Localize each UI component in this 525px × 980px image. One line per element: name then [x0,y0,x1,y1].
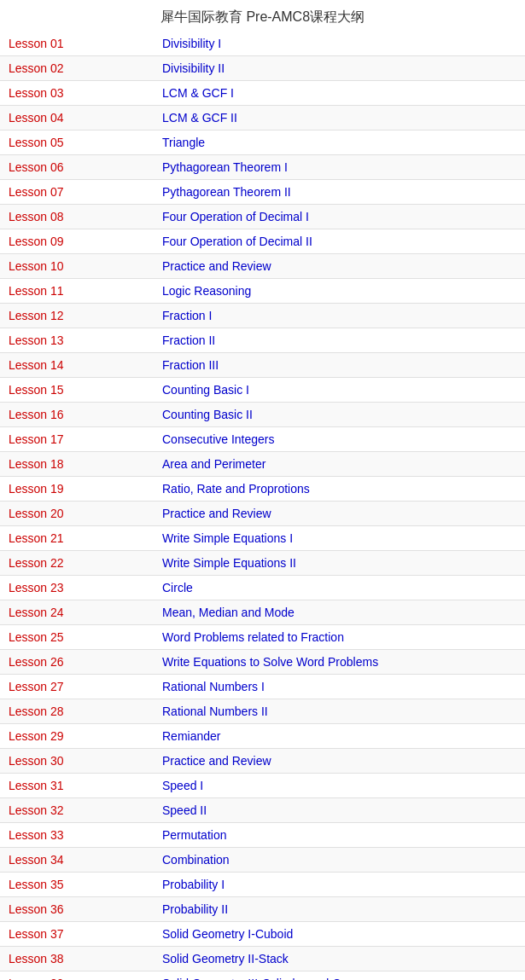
lesson-number: Lesson 19 [0,477,154,502]
table-row: Lesson 27Rational Numbers I [0,675,525,699]
table-row: Lesson 34Combination [0,848,525,873]
table-row: Lesson 37Solid Geometry I-Cuboid [0,922,525,947]
lesson-number: Lesson 04 [0,106,154,130]
table-row: Lesson 36Probability II [0,897,525,922]
table-row: Lesson 38Solid Geometry II-Stack [0,947,525,971]
lesson-number: Lesson 22 [0,551,154,576]
lesson-number: Lesson 31 [0,774,154,798]
lesson-number: Lesson 38 [0,947,154,971]
lesson-topic: Consecutive Integers [154,427,525,452]
table-row: Lesson 26Write Equations to Solve Word P… [0,650,525,675]
lesson-topic: Write Equations to Solve Word Problems [154,650,525,675]
lesson-number: Lesson 18 [0,452,154,477]
lesson-topic: Probability II [154,897,525,922]
table-row: Lesson 20Practice and Review [0,502,525,526]
lesson-topic: Circle [154,576,525,600]
table-row: Lesson 25Word Problems related to Fracti… [0,625,525,650]
lesson-number: Lesson 13 [0,328,154,353]
lesson-number: Lesson 34 [0,848,154,873]
table-row: Lesson 28Rational Numbers II [0,699,525,724]
lesson-number: Lesson 30 [0,749,154,774]
table-row: Lesson 12Fraction I [0,304,525,328]
lesson-topic: Speed II [154,798,525,823]
table-row: Lesson 33Permutation [0,823,525,848]
lesson-number: Lesson 39 [0,971,154,981]
lesson-topic: Ratio, Rate and Proprotions [154,477,525,502]
lesson-number: Lesson 37 [0,922,154,947]
table-row: Lesson 13Fraction II [0,328,525,353]
lesson-topic: Four Operation of Decimal II [154,229,525,254]
lesson-topic: Rational Numbers II [154,699,525,724]
lesson-number: Lesson 33 [0,823,154,848]
lesson-topic: Counting Basic I [154,378,525,403]
lesson-number: Lesson 20 [0,502,154,526]
lesson-number: Lesson 23 [0,576,154,600]
lesson-topic: Fraction III [154,353,525,378]
lesson-topic: Divisibility I [154,32,525,56]
lesson-topic: Speed I [154,774,525,798]
lesson-topic: Remiander [154,724,525,749]
lesson-number: Lesson 36 [0,897,154,922]
lesson-topic: Counting Basic II [154,403,525,427]
table-row: Lesson 09Four Operation of Decimal II [0,229,525,254]
table-row: Lesson 03LCM & GCF I [0,81,525,106]
lesson-number: Lesson 24 [0,600,154,625]
lesson-topic: Solid Geometry II-Stack [154,947,525,971]
lesson-topic: Rational Numbers I [154,675,525,699]
lesson-number: Lesson 05 [0,130,154,155]
lesson-number: Lesson 11 [0,279,154,304]
lesson-topic: Write Simple Equations I [154,526,525,551]
lesson-topic: Fraction I [154,304,525,328]
table-row: Lesson 39Solid Geometry III-Cylinder and… [0,971,525,981]
table-row: Lesson 29Remiander [0,724,525,749]
lesson-number: Lesson 27 [0,675,154,699]
lesson-number: Lesson 17 [0,427,154,452]
table-row: Lesson 19Ratio, Rate and Proprotions [0,477,525,502]
lesson-topic: Divisibility II [154,56,525,81]
lesson-number: Lesson 21 [0,526,154,551]
lesson-number: Lesson 35 [0,873,154,897]
table-row: Lesson 14Fraction III [0,353,525,378]
lesson-number: Lesson 08 [0,205,154,229]
table-row: Lesson 07Pythagorean Theorem II [0,180,525,205]
table-row: Lesson 17Consecutive Integers [0,427,525,452]
table-row: Lesson 23Circle [0,576,525,600]
lesson-topic: Permutation [154,823,525,848]
table-row: Lesson 08Four Operation of Decimal I [0,205,525,229]
table-row: Lesson 01Divisibility I [0,32,525,56]
table-row: Lesson 05Triangle [0,130,525,155]
lesson-number: Lesson 03 [0,81,154,106]
page-title: 犀牛国际教育 Pre-AMC8课程大纲 [0,0,525,32]
table-row: Lesson 04LCM & GCF II [0,106,525,130]
lesson-topic: LCM & GCF II [154,106,525,130]
lesson-number: Lesson 26 [0,650,154,675]
table-row: Lesson 16Counting Basic II [0,403,525,427]
table-row: Lesson 22Write Simple Equations II [0,551,525,576]
lesson-number: Lesson 28 [0,699,154,724]
table-row: Lesson 32Speed II [0,798,525,823]
lesson-number: Lesson 14 [0,353,154,378]
table-row: Lesson 10Practice and Review [0,254,525,279]
lesson-number: Lesson 32 [0,798,154,823]
lesson-topic: Pythagorean Theorem II [154,180,525,205]
lesson-topic: Triangle [154,130,525,155]
lesson-topic: Logic Reasoning [154,279,525,304]
lesson-number: Lesson 06 [0,155,154,180]
lesson-topic: Practice and Review [154,254,525,279]
table-row: Lesson 31Speed I [0,774,525,798]
table-row: Lesson 35Probability I [0,873,525,897]
table-row: Lesson 11Logic Reasoning [0,279,525,304]
curriculum-table: Lesson 01Divisibility ILesson 02Divisibi… [0,32,525,980]
lesson-number: Lesson 15 [0,378,154,403]
lesson-topic: Combination [154,848,525,873]
lesson-number: Lesson 09 [0,229,154,254]
lesson-topic: Practice and Review [154,749,525,774]
lesson-topic: Probability I [154,873,525,897]
lesson-number: Lesson 07 [0,180,154,205]
lesson-topic: Fraction II [154,328,525,353]
lesson-number: Lesson 29 [0,724,154,749]
table-row: Lesson 30Practice and Review [0,749,525,774]
table-row: Lesson 06Pythagorean Theorem I [0,155,525,180]
lesson-topic: Word Problems related to Fraction [154,625,525,650]
table-row: Lesson 21Write Simple Equations I [0,526,525,551]
